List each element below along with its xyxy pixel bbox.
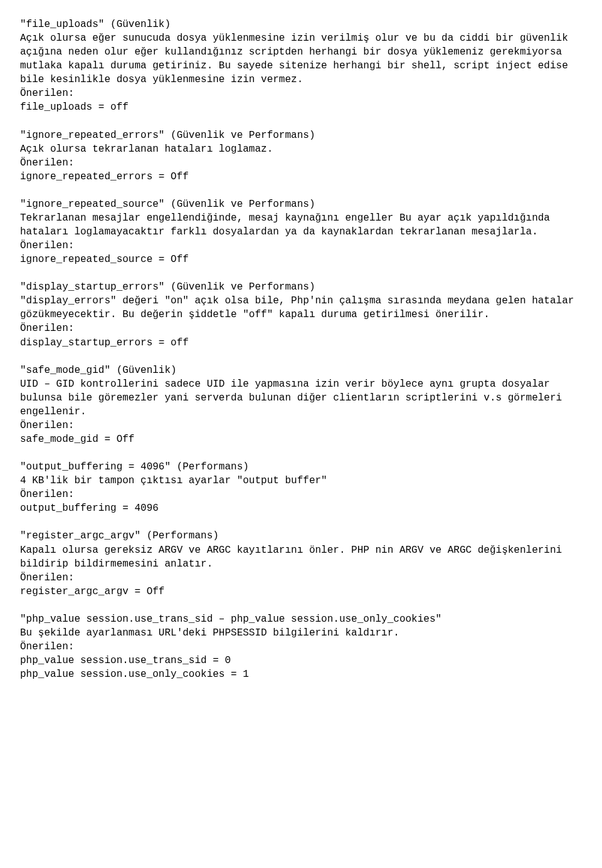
text-line: Önerilen: (20, 571, 582, 585)
text-line: "display_startup_errors" (Güvenlik ve Pe… (20, 280, 582, 294)
text-line: php_value session.use_only_cookies = 1 (20, 667, 582, 681)
text-line: "ignore_repeated_source" (Güvenlik ve Pe… (20, 197, 582, 211)
text-line: Önerilen: (20, 322, 582, 335)
text-line: Açık olursa eğer sunucuda dosya yüklenme… (20, 31, 582, 86)
text-line: php_value session.use_trans_sid = 0 (20, 654, 582, 667)
section: "display_startup_errors" (Güvenlik ve Pe… (20, 280, 582, 349)
text-line: Önerilen: (20, 419, 582, 432)
text-line: UID – GID kontrollerini sadece UID ile y… (20, 377, 582, 419)
section: "ignore_repeated_errors" (Güvenlik ve Pe… (20, 128, 582, 184)
text-line: Tekrarlanan mesajlar engellendiğinde, me… (20, 211, 582, 239)
text-line: 4 KB'lik bir tampon çıktısı ayarlar "out… (20, 474, 582, 488)
text-line: Bu şekilde ayarlanması URL'deki PHPSESSI… (20, 626, 582, 640)
text-line: Önerilen: (20, 156, 582, 170)
text-line: Önerilen: (20, 640, 582, 654)
text-line: Önerilen: (20, 488, 582, 501)
text-line: Kapalı olursa gereksiz ARGV ve ARGC kayı… (20, 543, 582, 571)
section: "php_value session.use_trans_sid – php_v… (20, 612, 582, 681)
text-line: Önerilen: (20, 86, 582, 100)
text-line: file_uploads = off (20, 100, 582, 114)
section: "output_buffering = 4096″ (Performans)4 … (20, 460, 582, 515)
text-line: Açık olursa tekrarlanan hataları loglama… (20, 142, 582, 156)
section: "register_argc_argv" (Performans)Kapalı … (20, 529, 582, 598)
section: "ignore_repeated_source" (Güvenlik ve Pe… (20, 197, 582, 266)
text-line: "output_buffering = 4096″ (Performans) (20, 460, 582, 474)
section: "file_uploads" (Güvenlik)Açık olursa eğe… (20, 18, 582, 115)
document-body: "file_uploads" (Güvenlik)Açık olursa eğe… (20, 18, 582, 681)
text-line: "php_value session.use_trans_sid – php_v… (20, 612, 582, 626)
text-line: ignore_repeated_errors = Off (20, 170, 582, 184)
text-line: output_buffering = 4096 (20, 501, 582, 515)
text-line: "safe_mode_gid" (Güvenlik) (20, 363, 582, 377)
text-line: "file_uploads" (Güvenlik) (20, 18, 582, 31)
text-line: "display_errors" değeri "on" açık olsa b… (20, 294, 582, 322)
text-line: ignore_repeated_source = Off (20, 253, 582, 266)
text-line: Önerilen: (20, 239, 582, 253)
text-line: "register_argc_argv" (Performans) (20, 529, 582, 543)
text-line: "ignore_repeated_errors" (Güvenlik ve Pe… (20, 128, 582, 142)
text-line: safe_mode_gid = Off (20, 432, 582, 446)
text-line: display_startup_errors = off (20, 336, 582, 350)
section: "safe_mode_gid" (Güvenlik)UID – GID kont… (20, 363, 582, 446)
text-line: register_argc_argv = Off (20, 585, 582, 599)
